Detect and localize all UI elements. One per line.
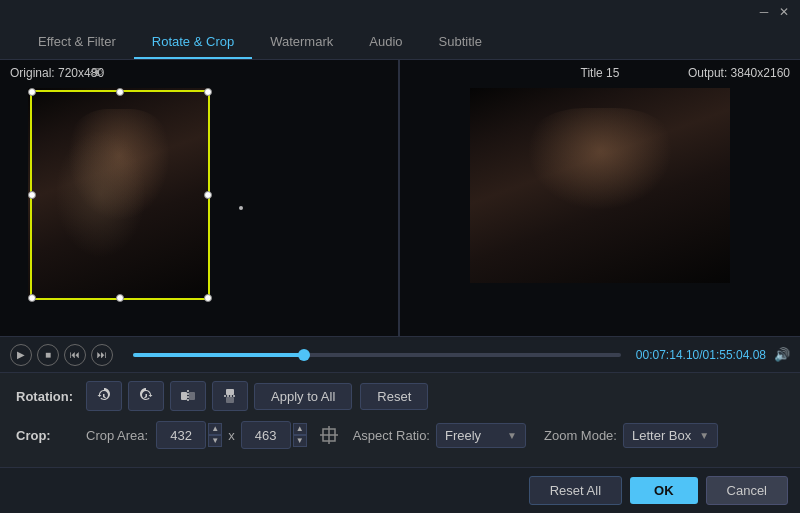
title-bar: ─ ✕ xyxy=(0,0,800,24)
crop-height-up[interactable]: ▲ xyxy=(293,423,307,435)
crop-width-spinner[interactable]: ▲ ▼ xyxy=(208,423,222,447)
apply-to-all-button[interactable]: Apply to All xyxy=(254,383,352,410)
main-content: Original: 720x480 👁 xyxy=(0,60,800,513)
zoom-mode-label: Zoom Mode: xyxy=(544,428,617,443)
play-button[interactable]: ▶ xyxy=(10,344,32,366)
playback-bar: ▶ ■ ⏮ ⏭ 00:07:14.10/01:55:04.08 🔊 xyxy=(0,336,800,372)
reset-all-button[interactable]: Reset All xyxy=(529,476,622,505)
tab-subtitle[interactable]: Subtitle xyxy=(421,26,500,59)
aspect-ratio-group: Aspect Ratio: Freely ▼ xyxy=(353,423,526,448)
tab-bar: Effect & Filter Rotate & Crop Watermark … xyxy=(0,24,800,60)
progress-fill xyxy=(133,353,304,357)
title-label: Title 15 xyxy=(581,66,620,80)
crop-box[interactable] xyxy=(30,90,210,300)
crop-width-input[interactable] xyxy=(156,421,206,449)
crop-handle-tr[interactable] xyxy=(204,88,212,96)
aspect-ratio-value: Freely xyxy=(445,428,481,443)
crop-handle-mr[interactable] xyxy=(204,191,212,199)
left-panel: Original: 720x480 👁 xyxy=(0,60,400,336)
svg-rect-3 xyxy=(226,389,234,395)
crop-handle-ml[interactable] xyxy=(28,191,36,199)
crop-handle-tc[interactable] xyxy=(116,88,124,96)
output-label: Output: 3840x2160 xyxy=(688,66,790,80)
crop-label: Crop: xyxy=(16,428,86,443)
crop-width-down[interactable]: ▼ xyxy=(208,435,222,447)
crop-handle-bc[interactable] xyxy=(116,294,124,302)
rotate-cw-button[interactable] xyxy=(128,381,164,411)
aspect-ratio-arrow: ▼ xyxy=(507,430,517,441)
tab-audio[interactable]: Audio xyxy=(351,26,420,59)
rotate-ccw-button[interactable] xyxy=(86,381,122,411)
tab-rotate-crop[interactable]: Rotate & Crop xyxy=(134,26,252,59)
bottom-bar: Reset All OK Cancel xyxy=(0,467,800,513)
eye-icon[interactable]: 👁 xyxy=(90,65,104,81)
crop-height-input[interactable] xyxy=(241,421,291,449)
crop-row: Crop: Crop Area: ▲ ▼ x ▲ ▼ Aspect xyxy=(16,421,784,449)
close-button[interactable]: ✕ xyxy=(776,4,792,20)
aspect-ratio-label: Aspect Ratio: xyxy=(353,428,430,443)
zoom-mode-group: Zoom Mode: Letter Box ▼ xyxy=(544,423,718,448)
progress-thumb[interactable] xyxy=(298,349,310,361)
rotation-label: Rotation: xyxy=(16,389,86,404)
prev-button[interactable]: ⏮ xyxy=(64,344,86,366)
zoom-mode-arrow: ▼ xyxy=(699,430,709,441)
svg-rect-4 xyxy=(226,397,234,403)
ok-button[interactable]: OK xyxy=(630,477,698,504)
aspect-ratio-dropdown[interactable]: Freely ▼ xyxy=(436,423,526,448)
tab-effect-filter[interactable]: Effect & Filter xyxy=(20,26,134,59)
crop-area-label: Crop Area: xyxy=(86,428,148,443)
crop-width-up[interactable]: ▲ xyxy=(208,423,222,435)
controls-area: Rotation: xyxy=(0,372,800,467)
svg-rect-1 xyxy=(189,392,195,400)
crop-handle-tl[interactable] xyxy=(28,88,36,96)
next-button[interactable]: ⏭ xyxy=(91,344,113,366)
video-thumbnail-right xyxy=(470,88,730,283)
progress-track[interactable] xyxy=(133,353,621,357)
crop-height-spinner[interactable]: ▲ ▼ xyxy=(293,423,307,447)
cancel-button[interactable]: Cancel xyxy=(706,476,788,505)
zoom-mode-dropdown[interactable]: Letter Box ▼ xyxy=(623,423,718,448)
flip-horizontal-button[interactable] xyxy=(170,381,206,411)
reset-button[interactable]: Reset xyxy=(360,383,428,410)
crop-handle-bl[interactable] xyxy=(28,294,36,302)
zoom-mode-value: Letter Box xyxy=(632,428,691,443)
rotation-row: Rotation: xyxy=(16,381,784,411)
video-area: Original: 720x480 👁 xyxy=(0,60,800,336)
tab-watermark[interactable]: Watermark xyxy=(252,26,351,59)
crop-handle-br[interactable] xyxy=(204,294,212,302)
time-display: 00:07:14.10/01:55:04.08 xyxy=(636,348,766,362)
crop-separator: x xyxy=(228,428,235,443)
right-panel: Title 15 Output: 3840x2160 xyxy=(400,60,800,336)
crop-height-down[interactable]: ▼ xyxy=(293,435,307,447)
crop-crosshair-icon xyxy=(315,421,343,449)
svg-rect-0 xyxy=(181,392,187,400)
minimize-button[interactable]: ─ xyxy=(756,4,772,20)
volume-icon[interactable]: 🔊 xyxy=(774,347,790,362)
flip-vertical-button[interactable] xyxy=(212,381,248,411)
stop-button[interactable]: ■ xyxy=(37,344,59,366)
